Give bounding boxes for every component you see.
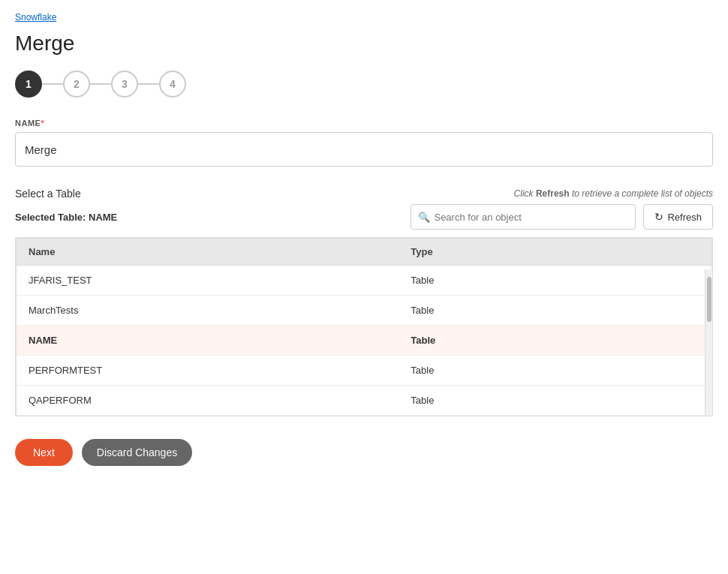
table-row[interactable]: QAPERFORM Table xyxy=(17,386,712,416)
search-refresh-row: Selected Table: NAME 🔍 ↻ Refresh xyxy=(15,204,713,230)
step-4[interactable]: 4 xyxy=(159,71,186,98)
cell-type: Table xyxy=(399,356,711,386)
step-3[interactable]: 3 xyxy=(111,71,138,98)
page-title: Merge xyxy=(15,32,713,56)
cell-type: Table xyxy=(399,386,711,416)
step-connector-2 xyxy=(90,83,111,85)
step-2[interactable]: 2 xyxy=(63,71,90,98)
step-1[interactable]: 1 xyxy=(15,71,42,98)
search-input[interactable] xyxy=(411,204,636,230)
scrollbar-thumb[interactable] xyxy=(707,277,711,322)
section-header-row: Select a Table Click Refresh to retrieve… xyxy=(15,188,713,200)
refresh-icon: ↻ xyxy=(654,211,663,223)
selected-table-label: Selected Table: NAME xyxy=(15,212,117,223)
table-row[interactable]: MarchTests Table xyxy=(17,296,712,326)
cell-name: MarchTests xyxy=(17,296,399,326)
next-button[interactable]: Next xyxy=(15,439,73,466)
breadcrumb[interactable]: Snowflake xyxy=(15,12,713,23)
data-table: Name Type JFARIS_TEST Table MarchTests T… xyxy=(16,238,712,416)
refresh-hint: Click Refresh to retrieve a complete lis… xyxy=(514,188,713,199)
cell-type: Table xyxy=(399,266,711,296)
cell-name: QAPERFORM xyxy=(17,386,399,416)
search-box-wrapper: 🔍 xyxy=(411,204,636,230)
table-wrapper: Name Type JFARIS_TEST Table MarchTests T… xyxy=(15,237,713,416)
stepper: 1 2 3 4 xyxy=(15,71,713,98)
table-header: Name Type xyxy=(17,239,712,266)
step-connector-3 xyxy=(138,83,159,85)
cell-name: NAME xyxy=(17,326,399,356)
table-row[interactable]: JFARIS_TEST Table xyxy=(17,266,712,296)
cell-type: Table xyxy=(399,296,711,326)
col-header-name: Name xyxy=(17,239,399,266)
scrollbar-track[interactable] xyxy=(705,269,712,416)
page-container: Snowflake Merge 1 2 3 4 NAME* Select a T… xyxy=(0,0,728,574)
step-connector-1 xyxy=(42,83,63,85)
cell-name: PERFORMTEST xyxy=(17,356,399,386)
select-table-label: Select a Table xyxy=(15,188,81,200)
cell-name: JFARIS_TEST xyxy=(17,266,399,296)
table-row[interactable]: PERFORMTEST Table xyxy=(17,356,712,386)
table-row-selected[interactable]: NAME Table xyxy=(17,326,712,356)
table-body: JFARIS_TEST Table MarchTests Table NAME … xyxy=(17,266,712,416)
discard-button[interactable]: Discard Changes xyxy=(82,439,192,466)
name-label: NAME* xyxy=(15,119,713,128)
name-input[interactable] xyxy=(15,132,713,167)
cell-type: Table xyxy=(399,326,711,356)
col-header-type: Type xyxy=(399,239,711,266)
refresh-button[interactable]: ↻ Refresh xyxy=(643,204,713,230)
name-field-group: NAME* xyxy=(15,119,713,167)
footer-row: Next Discard Changes xyxy=(15,439,713,466)
